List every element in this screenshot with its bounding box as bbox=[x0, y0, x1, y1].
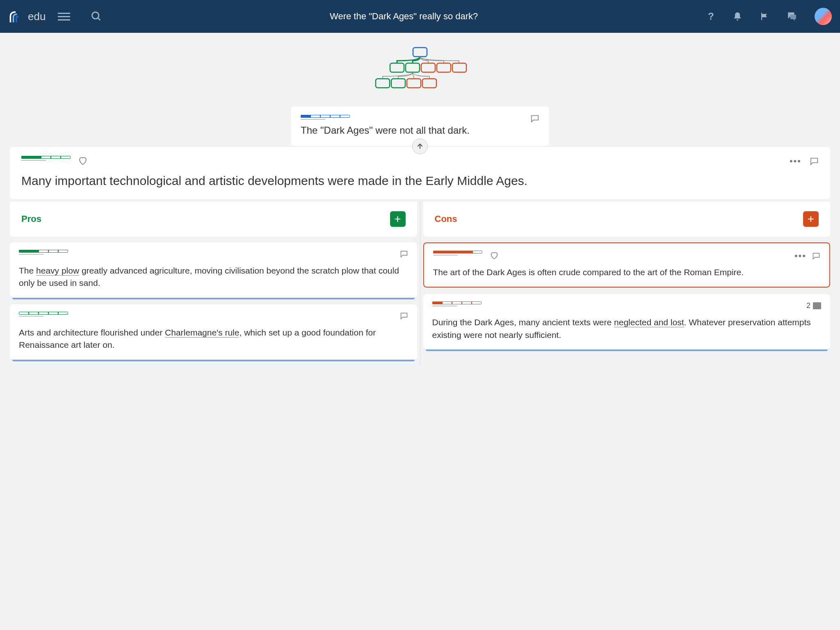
cons-header: Cons + bbox=[423, 201, 831, 237]
comment-icon[interactable] bbox=[400, 312, 408, 320]
pros-column: Pros + The heavy plow greatly advanced a… bbox=[10, 201, 420, 366]
argument-text: During the Dark Ages, many ancient texts… bbox=[432, 316, 822, 341]
rating-bar bbox=[301, 115, 350, 118]
link[interactable]: neglected and lost bbox=[614, 317, 684, 327]
header-actions: ? bbox=[705, 8, 832, 25]
svg-text:?: ? bbox=[708, 11, 714, 21]
comment-filled-icon bbox=[813, 302, 821, 309]
rating-bar bbox=[19, 250, 68, 253]
main-claim-card[interactable]: ••• Many important technological and art… bbox=[10, 147, 830, 199]
comment-icon[interactable] bbox=[400, 250, 408, 258]
app-header: edu Were the "Dark Ages" really so dark?… bbox=[0, 0, 840, 33]
search-icon[interactable] bbox=[91, 11, 102, 22]
svg-rect-6 bbox=[421, 63, 435, 72]
svg-rect-11 bbox=[407, 79, 421, 88]
heart-icon[interactable] bbox=[78, 156, 88, 166]
svg-rect-10 bbox=[391, 79, 405, 88]
svg-point-0 bbox=[92, 12, 99, 19]
more-icon[interactable]: ••• bbox=[790, 156, 801, 167]
argument-text: The heavy plow greatly advanced agricult… bbox=[19, 265, 408, 290]
add-con-button[interactable]: + bbox=[803, 211, 819, 227]
link[interactable]: Charlemagne's rule bbox=[165, 328, 239, 338]
page-title: Were the "Dark Ages" really so dark? bbox=[102, 11, 705, 22]
rating-bar bbox=[21, 156, 71, 159]
brand-name: edu bbox=[28, 10, 46, 23]
rating-bar bbox=[432, 301, 482, 304]
cons-column: Cons + ••• bbox=[420, 201, 831, 366]
pro-argument-card[interactable]: The heavy plow greatly advanced agricult… bbox=[10, 242, 417, 298]
comment-icon[interactable] bbox=[810, 157, 819, 166]
tree-diagram-icon bbox=[367, 45, 473, 94]
avatar[interactable] bbox=[815, 8, 832, 25]
add-pro-button[interactable]: + bbox=[390, 211, 406, 227]
pro-argument-card[interactable]: Arts and architecture flourished under C… bbox=[10, 304, 417, 360]
main-content: The "Dark Ages" were not all that dark. … bbox=[0, 33, 840, 366]
pros-header: Pros + bbox=[10, 201, 417, 237]
flag-icon[interactable] bbox=[760, 11, 769, 21]
rating-bar bbox=[19, 312, 68, 315]
argument-text: The art of the Dark Ages is often crude … bbox=[433, 266, 821, 278]
svg-rect-12 bbox=[422, 79, 436, 88]
logo-icon bbox=[8, 9, 23, 24]
svg-rect-3 bbox=[413, 48, 427, 57]
menu-icon[interactable] bbox=[58, 11, 70, 23]
rating-bar bbox=[433, 251, 482, 253]
thesis-text: The "Dark Ages" were not all that dark. bbox=[301, 125, 539, 136]
cons-label: Cons bbox=[435, 214, 457, 224]
help-icon[interactable]: ? bbox=[705, 11, 715, 21]
pros-label: Pros bbox=[21, 214, 41, 224]
svg-rect-5 bbox=[406, 63, 420, 72]
arrow-up-icon bbox=[416, 142, 424, 151]
svg-line-1 bbox=[98, 18, 100, 21]
svg-rect-7 bbox=[437, 63, 451, 72]
comment-icon[interactable] bbox=[530, 114, 539, 123]
comment-icon[interactable] bbox=[812, 252, 820, 260]
navigate-up-button[interactable] bbox=[412, 139, 428, 154]
svg-rect-8 bbox=[452, 63, 466, 72]
con-argument-card[interactable]: ••• The art of the Dark Ages is often cr… bbox=[423, 242, 831, 288]
more-icon[interactable]: ••• bbox=[794, 251, 806, 261]
main-claim-text: Many important technological and artisti… bbox=[21, 174, 819, 188]
con-argument-card[interactable]: 2 During the Dark Ages, many ancient tex… bbox=[423, 294, 831, 349]
bell-icon[interactable] bbox=[733, 11, 742, 21]
comment-count[interactable]: 2 bbox=[806, 301, 821, 310]
heart-icon[interactable] bbox=[490, 251, 499, 260]
logo[interactable]: edu bbox=[8, 9, 46, 24]
pros-cons-columns: Pros + The heavy plow greatly advanced a… bbox=[10, 201, 830, 366]
svg-rect-4 bbox=[390, 63, 404, 72]
chat-icon[interactable] bbox=[787, 11, 797, 22]
svg-rect-9 bbox=[376, 79, 390, 88]
argument-tree[interactable] bbox=[0, 33, 840, 103]
link[interactable]: heavy plow bbox=[36, 266, 79, 276]
argument-text: Arts and architecture flourished under C… bbox=[19, 326, 408, 352]
